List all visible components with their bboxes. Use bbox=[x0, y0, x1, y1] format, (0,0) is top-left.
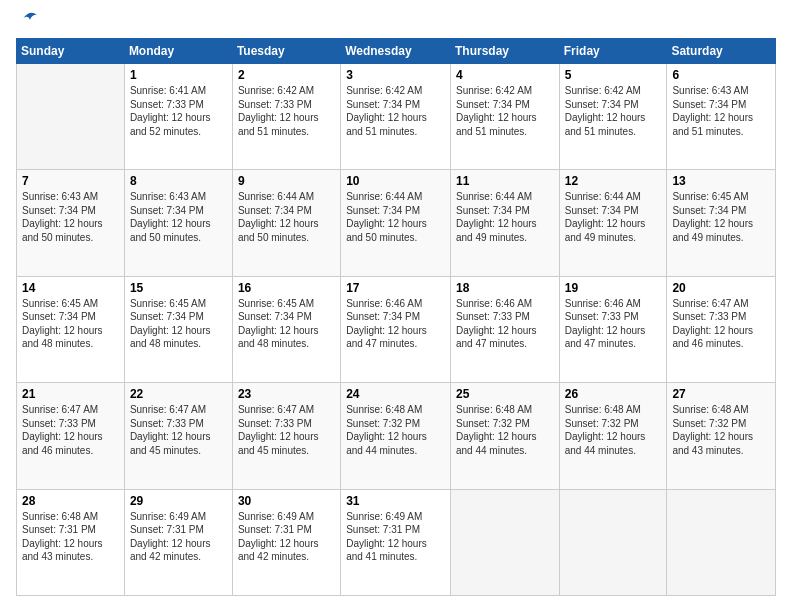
calendar-week-3: 21Sunrise: 6:47 AMSunset: 7:33 PMDayligh… bbox=[17, 383, 776, 489]
day-info: Sunrise: 6:45 AMSunset: 7:34 PMDaylight:… bbox=[672, 190, 770, 244]
day-info: Sunrise: 6:49 AMSunset: 7:31 PMDaylight:… bbox=[130, 510, 227, 564]
day-number: 2 bbox=[238, 68, 335, 82]
calendar-cell: 25Sunrise: 6:48 AMSunset: 7:32 PMDayligh… bbox=[450, 383, 559, 489]
calendar-header-sunday: Sunday bbox=[17, 39, 125, 64]
calendar-cell: 11Sunrise: 6:44 AMSunset: 7:34 PMDayligh… bbox=[450, 170, 559, 276]
day-number: 26 bbox=[565, 387, 662, 401]
day-number: 10 bbox=[346, 174, 445, 188]
day-number: 1 bbox=[130, 68, 227, 82]
calendar-cell: 30Sunrise: 6:49 AMSunset: 7:31 PMDayligh… bbox=[232, 489, 340, 595]
calendar-cell: 28Sunrise: 6:48 AMSunset: 7:31 PMDayligh… bbox=[17, 489, 125, 595]
calendar-cell: 26Sunrise: 6:48 AMSunset: 7:32 PMDayligh… bbox=[559, 383, 667, 489]
day-number: 31 bbox=[346, 494, 445, 508]
day-info: Sunrise: 6:44 AMSunset: 7:34 PMDaylight:… bbox=[238, 190, 335, 244]
calendar-cell: 3Sunrise: 6:42 AMSunset: 7:34 PMDaylight… bbox=[341, 64, 451, 170]
day-number: 21 bbox=[22, 387, 119, 401]
header bbox=[16, 16, 776, 28]
day-info: Sunrise: 6:49 AMSunset: 7:31 PMDaylight:… bbox=[238, 510, 335, 564]
day-number: 11 bbox=[456, 174, 554, 188]
calendar-cell: 8Sunrise: 6:43 AMSunset: 7:34 PMDaylight… bbox=[124, 170, 232, 276]
calendar-header-tuesday: Tuesday bbox=[232, 39, 340, 64]
calendar-cell: 16Sunrise: 6:45 AMSunset: 7:34 PMDayligh… bbox=[232, 276, 340, 382]
calendar-cell bbox=[667, 489, 776, 595]
calendar-cell: 2Sunrise: 6:42 AMSunset: 7:33 PMDaylight… bbox=[232, 64, 340, 170]
calendar-cell: 23Sunrise: 6:47 AMSunset: 7:33 PMDayligh… bbox=[232, 383, 340, 489]
calendar-header-thursday: Thursday bbox=[450, 39, 559, 64]
day-info: Sunrise: 6:48 AMSunset: 7:31 PMDaylight:… bbox=[22, 510, 119, 564]
calendar-cell: 12Sunrise: 6:44 AMSunset: 7:34 PMDayligh… bbox=[559, 170, 667, 276]
logo-icon bbox=[20, 8, 40, 28]
day-number: 22 bbox=[130, 387, 227, 401]
day-info: Sunrise: 6:46 AMSunset: 7:33 PMDaylight:… bbox=[456, 297, 554, 351]
day-number: 29 bbox=[130, 494, 227, 508]
calendar-cell: 18Sunrise: 6:46 AMSunset: 7:33 PMDayligh… bbox=[450, 276, 559, 382]
day-info: Sunrise: 6:48 AMSunset: 7:32 PMDaylight:… bbox=[346, 403, 445, 457]
calendar-header-friday: Friday bbox=[559, 39, 667, 64]
day-number: 20 bbox=[672, 281, 770, 295]
day-number: 6 bbox=[672, 68, 770, 82]
day-info: Sunrise: 6:47 AMSunset: 7:33 PMDaylight:… bbox=[672, 297, 770, 351]
day-info: Sunrise: 6:46 AMSunset: 7:34 PMDaylight:… bbox=[346, 297, 445, 351]
calendar-cell: 14Sunrise: 6:45 AMSunset: 7:34 PMDayligh… bbox=[17, 276, 125, 382]
calendar-header-wednesday: Wednesday bbox=[341, 39, 451, 64]
calendar-cell: 7Sunrise: 6:43 AMSunset: 7:34 PMDaylight… bbox=[17, 170, 125, 276]
day-info: Sunrise: 6:46 AMSunset: 7:33 PMDaylight:… bbox=[565, 297, 662, 351]
calendar-cell: 15Sunrise: 6:45 AMSunset: 7:34 PMDayligh… bbox=[124, 276, 232, 382]
calendar-header-monday: Monday bbox=[124, 39, 232, 64]
calendar-header-row: SundayMondayTuesdayWednesdayThursdayFrid… bbox=[17, 39, 776, 64]
day-number: 9 bbox=[238, 174, 335, 188]
calendar-week-0: 1Sunrise: 6:41 AMSunset: 7:33 PMDaylight… bbox=[17, 64, 776, 170]
day-number: 4 bbox=[456, 68, 554, 82]
calendar-cell: 13Sunrise: 6:45 AMSunset: 7:34 PMDayligh… bbox=[667, 170, 776, 276]
calendar-cell bbox=[17, 64, 125, 170]
day-number: 14 bbox=[22, 281, 119, 295]
day-info: Sunrise: 6:45 AMSunset: 7:34 PMDaylight:… bbox=[238, 297, 335, 351]
day-info: Sunrise: 6:48 AMSunset: 7:32 PMDaylight:… bbox=[672, 403, 770, 457]
day-info: Sunrise: 6:42 AMSunset: 7:34 PMDaylight:… bbox=[456, 84, 554, 138]
calendar-cell: 24Sunrise: 6:48 AMSunset: 7:32 PMDayligh… bbox=[341, 383, 451, 489]
calendar-cell: 6Sunrise: 6:43 AMSunset: 7:34 PMDaylight… bbox=[667, 64, 776, 170]
day-info: Sunrise: 6:43 AMSunset: 7:34 PMDaylight:… bbox=[672, 84, 770, 138]
day-info: Sunrise: 6:49 AMSunset: 7:31 PMDaylight:… bbox=[346, 510, 445, 564]
day-info: Sunrise: 6:43 AMSunset: 7:34 PMDaylight:… bbox=[130, 190, 227, 244]
day-info: Sunrise: 6:47 AMSunset: 7:33 PMDaylight:… bbox=[238, 403, 335, 457]
day-number: 7 bbox=[22, 174, 119, 188]
logo bbox=[16, 16, 40, 28]
calendar-cell: 27Sunrise: 6:48 AMSunset: 7:32 PMDayligh… bbox=[667, 383, 776, 489]
day-number: 18 bbox=[456, 281, 554, 295]
day-info: Sunrise: 6:44 AMSunset: 7:34 PMDaylight:… bbox=[346, 190, 445, 244]
day-info: Sunrise: 6:47 AMSunset: 7:33 PMDaylight:… bbox=[22, 403, 119, 457]
calendar-week-4: 28Sunrise: 6:48 AMSunset: 7:31 PMDayligh… bbox=[17, 489, 776, 595]
day-number: 27 bbox=[672, 387, 770, 401]
day-info: Sunrise: 6:44 AMSunset: 7:34 PMDaylight:… bbox=[565, 190, 662, 244]
day-number: 15 bbox=[130, 281, 227, 295]
page: SundayMondayTuesdayWednesdayThursdayFrid… bbox=[0, 0, 792, 612]
day-info: Sunrise: 6:47 AMSunset: 7:33 PMDaylight:… bbox=[130, 403, 227, 457]
calendar-cell bbox=[450, 489, 559, 595]
calendar-cell: 19Sunrise: 6:46 AMSunset: 7:33 PMDayligh… bbox=[559, 276, 667, 382]
calendar-cell: 21Sunrise: 6:47 AMSunset: 7:33 PMDayligh… bbox=[17, 383, 125, 489]
day-info: Sunrise: 6:43 AMSunset: 7:34 PMDaylight:… bbox=[22, 190, 119, 244]
calendar-cell: 1Sunrise: 6:41 AMSunset: 7:33 PMDaylight… bbox=[124, 64, 232, 170]
day-info: Sunrise: 6:45 AMSunset: 7:34 PMDaylight:… bbox=[22, 297, 119, 351]
calendar-cell: 29Sunrise: 6:49 AMSunset: 7:31 PMDayligh… bbox=[124, 489, 232, 595]
calendar-cell: 5Sunrise: 6:42 AMSunset: 7:34 PMDaylight… bbox=[559, 64, 667, 170]
day-number: 5 bbox=[565, 68, 662, 82]
day-number: 23 bbox=[238, 387, 335, 401]
calendar-cell: 20Sunrise: 6:47 AMSunset: 7:33 PMDayligh… bbox=[667, 276, 776, 382]
calendar-cell: 22Sunrise: 6:47 AMSunset: 7:33 PMDayligh… bbox=[124, 383, 232, 489]
calendar-week-1: 7Sunrise: 6:43 AMSunset: 7:34 PMDaylight… bbox=[17, 170, 776, 276]
calendar-cell: 31Sunrise: 6:49 AMSunset: 7:31 PMDayligh… bbox=[341, 489, 451, 595]
calendar-cell: 4Sunrise: 6:42 AMSunset: 7:34 PMDaylight… bbox=[450, 64, 559, 170]
day-number: 3 bbox=[346, 68, 445, 82]
calendar-cell: 10Sunrise: 6:44 AMSunset: 7:34 PMDayligh… bbox=[341, 170, 451, 276]
day-number: 16 bbox=[238, 281, 335, 295]
day-number: 8 bbox=[130, 174, 227, 188]
day-info: Sunrise: 6:45 AMSunset: 7:34 PMDaylight:… bbox=[130, 297, 227, 351]
calendar-table: SundayMondayTuesdayWednesdayThursdayFrid… bbox=[16, 38, 776, 596]
day-number: 13 bbox=[672, 174, 770, 188]
day-number: 17 bbox=[346, 281, 445, 295]
day-number: 12 bbox=[565, 174, 662, 188]
day-info: Sunrise: 6:48 AMSunset: 7:32 PMDaylight:… bbox=[565, 403, 662, 457]
day-info: Sunrise: 6:48 AMSunset: 7:32 PMDaylight:… bbox=[456, 403, 554, 457]
